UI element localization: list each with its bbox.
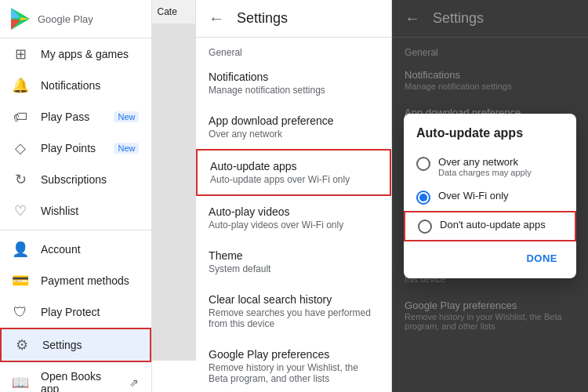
- auto-update-subtitle: Auto-update apps over Wi-Fi only: [210, 174, 377, 185]
- option-wifi-only[interactable]: Over Wi-Fi only: [404, 183, 576, 211]
- play-pass-badge: New: [114, 111, 139, 122]
- dialog-title: Auto-update apps: [404, 126, 576, 150]
- radio-inner-wifi: [419, 194, 427, 201]
- settings-gplay-prefs[interactable]: Google Play preferences Remove history i…: [196, 339, 391, 392]
- clear-history-title: Clear local search history: [209, 293, 379, 306]
- app-name: Google Play: [38, 13, 93, 25]
- nav-label-open-books: Open Books app: [41, 370, 117, 392]
- shield-icon: 🛡: [13, 304, 28, 320]
- option-any-network-label: Over any network: [438, 156, 532, 168]
- nav-label-my-apps: My apps & games: [41, 48, 129, 60]
- notifications-subtitle: Manage notification settings: [209, 85, 379, 96]
- auto-play-subtitle: Auto-play videos over Wi-Fi only: [209, 220, 379, 230]
- auto-update-dialog: Auto-update apps Over any network Data c…: [404, 114, 576, 278]
- dialog-actions: DONE: [404, 241, 576, 272]
- nav-label-subscriptions: Subscriptions: [41, 173, 107, 186]
- right-settings-panel: ← Settings General Notifications Manage …: [392, 0, 588, 392]
- cate-image-placeholder: [152, 24, 195, 361]
- nav-label-play-pass: Play Pass: [41, 111, 89, 123]
- category-thumbnail: Cate: [152, 0, 196, 361]
- cate-label: Cate: [152, 0, 195, 24]
- theme-title: Theme: [209, 249, 379, 262]
- done-button[interactable]: DONE: [517, 248, 567, 269]
- theme-subtitle: System default: [209, 263, 379, 274]
- app-download-subtitle: Over any network: [209, 129, 379, 140]
- option-wifi-label: Over Wi-Fi only: [438, 190, 509, 201]
- gplay-prefs-subtitle: Remove history in your Wishlist, the Bet…: [209, 362, 379, 384]
- app-download-title: App download preference: [209, 114, 379, 127]
- settings-header: ← Settings: [196, 0, 391, 38]
- sidebar-item-account[interactable]: 👤 Account: [0, 234, 151, 265]
- gplay-prefs-title: Google Play preferences: [209, 348, 379, 361]
- sidebar-item-play-protect[interactable]: 🛡 Play Protect: [0, 296, 151, 328]
- sidebar-item-play-pass[interactable]: 🏷 Play Pass New: [0, 101, 151, 132]
- nav-label-play-points: Play Points: [41, 142, 96, 154]
- notifications-title: Notifications: [209, 71, 379, 83]
- settings-auto-play[interactable]: Auto-play videos Auto-play videos over W…: [196, 196, 391, 240]
- auto-play-title: Auto-play videos: [209, 205, 379, 218]
- settings-clear-history[interactable]: Clear local search history Remove search…: [196, 284, 391, 339]
- settings-auto-update[interactable]: Auto-update apps Auto-update apps over W…: [196, 149, 391, 196]
- radio-dont-update: [418, 220, 432, 234]
- nav-label-wishlist: Wishlist: [41, 205, 78, 217]
- general-section-label-middle: General: [196, 38, 391, 61]
- sidebar-item-open-books[interactable]: 📖 Open Books app ⇗: [0, 362, 151, 392]
- book-icon: 📖: [13, 375, 28, 390]
- radio-any-network: [416, 157, 430, 171]
- sidebar-item-settings[interactable]: ⚙ Settings: [0, 328, 151, 362]
- settings-panel: ← Settings General Notifications Manage …: [196, 0, 392, 392]
- clear-history-subtitle: Remove searches you have performed from …: [209, 307, 379, 329]
- settings-title-middle: Settings: [237, 10, 288, 27]
- option-any-network[interactable]: Over any network Data charges may apply: [404, 150, 576, 183]
- sidebar-item-subscriptions[interactable]: ↻ Subscriptions: [0, 164, 151, 195]
- card-icon: 💳: [13, 273, 28, 289]
- refresh-icon: ↻: [13, 172, 28, 187]
- nav-label-play-protect: Play Protect: [41, 306, 100, 318]
- settings-theme[interactable]: Theme System default: [196, 240, 391, 284]
- bell-icon: 🔔: [13, 78, 28, 93]
- settings-app-download[interactable]: App download preference Over any network: [196, 105, 391, 149]
- auto-update-title: Auto-update apps: [210, 160, 377, 172]
- external-link-icon: ⇗: [129, 376, 139, 389]
- nav-label-notifications: Notifications: [41, 79, 100, 92]
- nav-label-settings: Settings: [42, 339, 82, 351]
- option-any-network-text: Over any network Data charges may apply: [438, 156, 532, 177]
- google-play-icon: [8, 6, 33, 31]
- gear-icon: ⚙: [14, 337, 30, 353]
- sidebar-item-wishlist[interactable]: ♡ Wishlist: [0, 195, 151, 227]
- play-points-badge: New: [114, 143, 139, 154]
- apps-icon: ⊞: [13, 46, 28, 62]
- app-header: Google Play: [0, 0, 151, 38]
- back-button-middle[interactable]: ←: [209, 9, 224, 27]
- nav-divider-1: [0, 230, 151, 230]
- person-icon: 👤: [13, 241, 28, 257]
- sidebar-item-payment[interactable]: 💳 Payment methods: [0, 265, 151, 296]
- option-any-network-sublabel: Data charges may apply: [438, 168, 532, 177]
- option-dont-update-text: Don't auto-update apps: [440, 219, 546, 230]
- option-dont-update-label: Don't auto-update apps: [440, 219, 546, 230]
- option-dont-update[interactable]: Don't auto-update apps: [404, 211, 576, 241]
- radio-wifi-only: [416, 191, 430, 205]
- nav-label-account: Account: [41, 243, 81, 256]
- sidebar-item-play-points[interactable]: ◇ Play Points New: [0, 132, 151, 164]
- sidebar-item-notifications[interactable]: 🔔 Notifications: [0, 70, 151, 101]
- nav-list: ⊞ My apps & games 🔔 Notifications 🏷 Play…: [0, 38, 151, 392]
- heart-icon: ♡: [13, 203, 28, 219]
- sidebar-item-my-apps[interactable]: ⊞ My apps & games: [0, 38, 151, 70]
- tag-icon: 🏷: [13, 109, 28, 125]
- settings-notifications[interactable]: Notifications Manage notification settin…: [196, 61, 391, 105]
- google-play-logo: Google Play: [8, 6, 93, 31]
- option-wifi-only-text: Over Wi-Fi only: [438, 190, 509, 201]
- nav-label-payment: Payment methods: [41, 274, 129, 287]
- diamond-icon: ◇: [13, 140, 28, 156]
- left-sidebar: Google Play ⊞ My apps & games 🔔 Notifica…: [0, 0, 152, 392]
- dialog-overlay: Auto-update apps Over any network Data c…: [392, 0, 588, 392]
